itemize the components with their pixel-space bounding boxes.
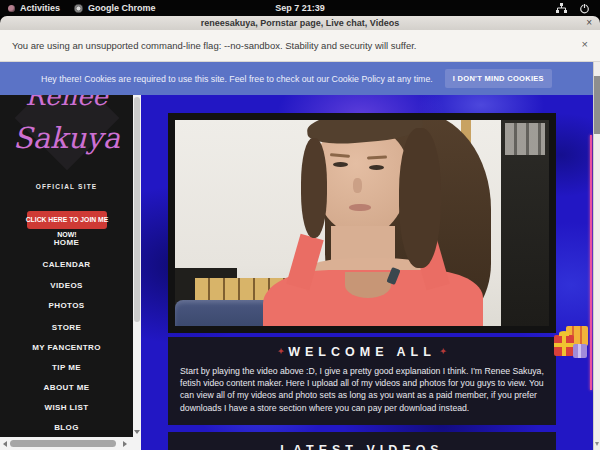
sidebar-item-calendar[interactable]: CALENDAR <box>0 260 133 269</box>
scrollbar-thumb[interactable] <box>10 440 116 447</box>
photo-shelf-items <box>505 123 545 155</box>
app-menu-button[interactable]: Google Chrome <box>74 3 156 13</box>
latest-videos-panel: LATEST VIDEOS <box>168 432 556 450</box>
official-site-tagline: OFFICIAL SITE <box>0 183 133 190</box>
sidebar-item-home[interactable]: HOME <box>0 238 133 247</box>
flag-warning-text: You are using an unsupported command-lin… <box>0 40 417 51</box>
gift-ribbon <box>554 343 574 347</box>
app-menu-label: Google Chrome <box>88 3 156 13</box>
chrome-icon <box>74 4 83 13</box>
site-logo-line1: Renee <box>0 95 133 111</box>
sidebar-horizontal-scrollbar[interactable] <box>0 437 141 450</box>
welcome-panel: ✦WELCOME ALL✦ Start by playing the video… <box>168 337 556 425</box>
gift-red-icon <box>554 335 574 356</box>
join-button-label-overflow: NOW! <box>27 231 107 238</box>
flag-warning-bar: You are using an unsupported command-lin… <box>0 30 600 62</box>
sidebar-item-wish-list[interactable]: WISH LIST <box>0 403 133 412</box>
sidebar-item-videos[interactable]: VIDEOS <box>0 281 133 290</box>
browser-vertical-scrollbar[interactable] <box>593 62 600 450</box>
star-icon: ✦ <box>274 347 289 356</box>
top-bar-left: Activities Google Chrome <box>0 3 156 13</box>
video-still-image <box>175 120 549 326</box>
network-icon[interactable] <box>556 3 567 14</box>
sidebar: Renee Sakuya OFFICIAL SITE CLICK HERE TO… <box>0 95 133 437</box>
cookie-message: Hey there! Cookies are required to use t… <box>41 74 433 84</box>
sidebar-vertical-scrollbar[interactable] <box>133 95 141 437</box>
latest-videos-heading: LATEST VIDEOS <box>168 443 556 450</box>
gift-purple-icon <box>573 344 587 358</box>
sidebar-item-about-me[interactable]: ABOUT ME <box>0 383 133 392</box>
scroll-right-icon[interactable] <box>123 441 127 447</box>
sidebar-item-photos[interactable]: PHOTOS <box>0 301 133 310</box>
join-now-button[interactable]: CLICK HERE TO JOIN ME NOW! <box>27 211 107 229</box>
desktop-screen: Activities Google Chrome Sep 7 21:39 r <box>0 0 600 450</box>
photo-hair-strand-left <box>301 138 327 238</box>
window-titlebar[interactable]: reneesakuya, Pornstar page, Live chat, V… <box>0 16 600 30</box>
activities-button[interactable]: Activities <box>8 3 60 13</box>
sidebar-item-store[interactable]: STORE <box>0 323 133 332</box>
scroll-down-icon[interactable] <box>595 442 599 446</box>
infobar-close-icon[interactable]: × <box>582 38 588 50</box>
cookie-accept-button[interactable]: I DON'T MIND COOKIES <box>445 69 552 88</box>
sidebar-item-my-fancentro[interactable]: MY FANCENTRO <box>0 343 133 352</box>
welcome-heading: ✦WELCOME ALL✦ <box>168 345 556 359</box>
scroll-down-icon[interactable] <box>134 430 140 434</box>
gift-boxes-decoration <box>554 326 593 372</box>
video-player[interactable] <box>168 113 556 333</box>
star-icon: ✦ <box>436 347 451 356</box>
sidebar-item-tip-me[interactable]: TIP ME <box>0 363 133 372</box>
welcome-body-text: Start by playing the video above :D, I g… <box>168 359 556 414</box>
scrollbar-thumb[interactable] <box>594 76 600 134</box>
photo-nose <box>353 178 362 193</box>
system-tray <box>556 3 600 14</box>
join-button-label: CLICK HERE TO JOIN ME <box>17 216 117 223</box>
welcome-title: WELCOME ALL <box>288 345 436 359</box>
cookie-banner: Hey there! Cookies are required to use t… <box>0 62 593 95</box>
notification-dot-icon <box>8 5 15 12</box>
power-icon[interactable] <box>579 3 590 14</box>
window-close-icon[interactable]: × <box>586 17 592 28</box>
window-title: reneesakuya, Pornstar page, Live chat, V… <box>201 18 399 28</box>
photo-hair-strand-right <box>399 128 441 268</box>
sidebar-item-blog[interactable]: BLOG <box>0 423 133 432</box>
photo-cleavage-shadow <box>345 272 391 298</box>
scroll-left-icon[interactable] <box>3 441 7 447</box>
activities-label: Activities <box>20 3 60 13</box>
page-background: ✦WELCOME ALL✦ Start by playing the video… <box>141 95 593 450</box>
gnome-top-bar: Activities Google Chrome Sep 7 21:39 <box>0 0 600 16</box>
site-logo-line2: Sakuya <box>0 121 133 155</box>
scrollbar-thumb[interactable] <box>134 97 140 322</box>
photo-eye-right <box>369 165 384 170</box>
photo-eye-left <box>333 162 348 167</box>
gift-ribbon <box>578 344 581 358</box>
photo-lips <box>349 204 371 211</box>
